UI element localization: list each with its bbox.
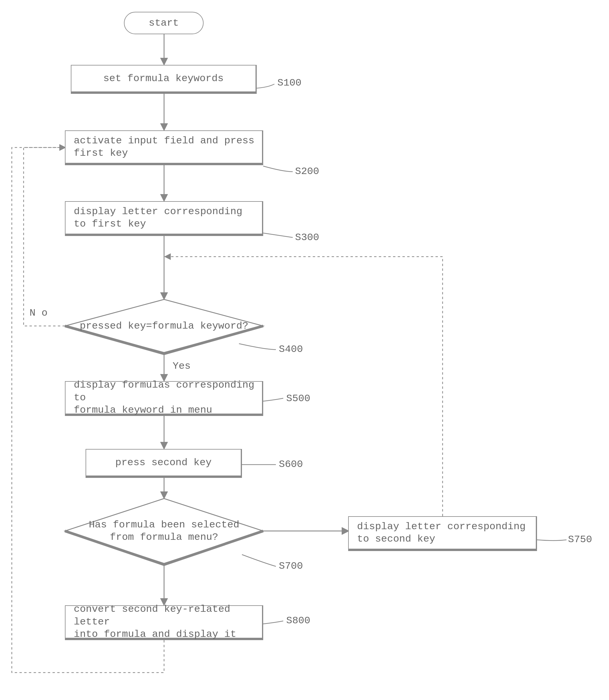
step-s800: convert second key-related letter into f… (65, 605, 263, 640)
step-code-s200: S200 (295, 166, 319, 177)
step-text-line2: formula keyword in menu (74, 404, 212, 416)
step-text-line1: display formulas corresponding to (74, 379, 254, 403)
step-code-s600: S600 (279, 459, 303, 470)
flowchart: start set formula keywords S100 activate… (0, 0, 609, 700)
step-text-line2: first key (74, 147, 128, 159)
step-code-s500: S500 (286, 393, 310, 404)
step-text-line1: convert second key-related letter (74, 603, 230, 627)
step-text-line1: display letter corresponding (357, 521, 525, 532)
step-text-line2: into formula and display it (74, 629, 236, 640)
decision-text-line1: Has formula been selected (89, 519, 239, 531)
step-code-s800: S800 (286, 615, 310, 626)
branch-no-label: N o (30, 308, 48, 319)
step-text: press second key (115, 456, 212, 469)
step-text-line2: to first key (74, 218, 146, 229)
step-s200: activate input field and press first key (65, 130, 263, 165)
terminator-start: start (124, 12, 204, 34)
step-text: set formula keywords (103, 72, 224, 85)
step-code-s400: S400 (279, 344, 303, 355)
step-s750: display letter corresponding to second k… (348, 516, 537, 551)
terminator-label: start (149, 17, 179, 29)
step-text-line2: to second key (357, 533, 435, 545)
step-code-s700: S700 (279, 560, 303, 572)
step-text-line1: display letter corresponding (74, 206, 242, 217)
branch-yes-label: Yes (173, 361, 191, 372)
step-s300: display letter corresponding to first ke… (65, 201, 263, 236)
step-s100: set formula keywords (71, 65, 257, 94)
step-text-line1: activate input field and press (74, 135, 254, 146)
decision-text: pressed key=formula keyword? (80, 320, 248, 332)
step-code-s100: S100 (277, 77, 301, 88)
decision-s400: pressed key=formula keyword? (65, 299, 263, 352)
step-code-s750: S750 (568, 534, 592, 545)
step-code-s300: S300 (295, 232, 319, 243)
step-s600: press second key (86, 449, 242, 478)
decision-s700: Has formula been selected from formula m… (65, 498, 263, 563)
decision-text-line2: from formula menu? (110, 531, 218, 544)
step-s500: display formulas corresponding to formul… (65, 381, 263, 416)
